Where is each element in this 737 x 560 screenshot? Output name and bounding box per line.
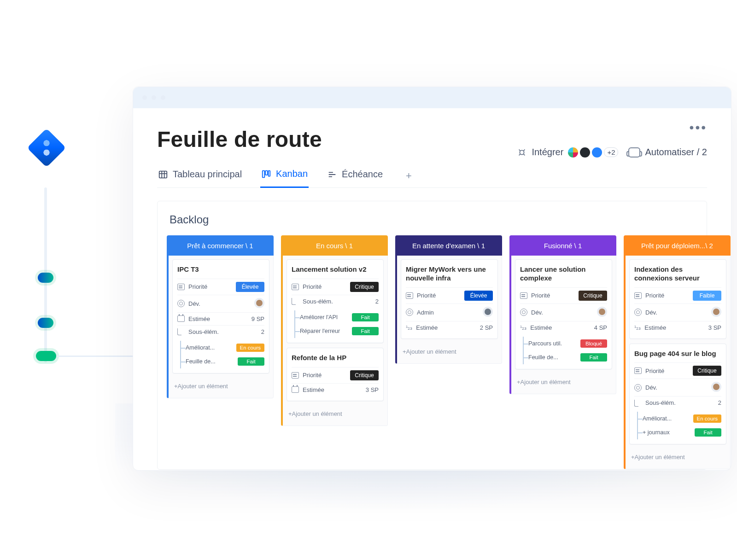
kanban-card[interactable]: Lancement solution v2PrioritéCritiqueSou… [287,259,384,343]
view-tabs: Tableau principalKanbanÉchéance+ [157,164,707,188]
field-label: Estimée [292,386,324,393]
field-value [597,307,607,318]
subitems-icon [634,400,642,406]
subitem-name: Améliorat... [643,415,672,422]
add-item-button[interactable]: +Ajouter un élément [287,406,384,422]
priority-chip: Faible [693,291,721,301]
card-field-row: Estimée9 SP [177,312,264,325]
kanban-card[interactable]: Refonte de la HPPrioritéCritiqueEstimée3… [287,348,384,401]
card-field-row: Estimée2 SP [406,321,493,334]
subitem-name: Améliorer l'API [300,314,338,321]
assignee-avatar[interactable] [711,382,721,392]
tab-kanban[interactable]: Kanban [260,164,309,188]
svg-rect-2 [265,170,268,175]
card-field-row: Estimée3 SP [634,321,721,334]
card-title: Refonte de la HP [292,354,379,362]
priority-chip: Élevée [464,291,493,301]
tab--ch-ance[interactable]: Échéance [326,164,384,187]
calendar-icon [292,386,299,393]
more-menu-button[interactable]: ••• [690,120,707,135]
card-field-row: Sous-élém.2 [177,325,264,338]
subitem-row[interactable]: Améliorat...En cours [181,341,264,355]
tab-tableau-principal[interactable]: Tableau principal [157,164,243,187]
field-value [483,307,493,318]
numeric-icon [406,324,412,331]
field-value: Critique [350,282,379,292]
field-label: Sous-élém. [177,328,219,335]
card-field-row: Sous-élém.2 [292,295,379,308]
field-value: 3 SP [366,386,379,393]
add-item-button[interactable]: +Ajouter un élément [629,449,726,465]
integrations-more-badge: +2 [604,147,618,157]
app-window: ••• Feuille de route Tableau principalKa… [133,87,731,471]
calendar-icon [177,315,185,322]
subitems-icon [177,328,185,335]
kanban-card[interactable]: Indexation des connexions serveurPriorit… [629,259,726,339]
window-dot [161,95,165,100]
field-label: Estimée [177,315,210,322]
column-body: IPC T3PrioritéÉlevéeDév.Estimée9 SPSous-… [167,256,274,398]
card-field-row: Admin [406,303,493,321]
card-field-row: Sous-élém.2 [634,396,721,409]
column-header[interactable]: En cours \ 1 [281,235,388,256]
kanban-card[interactable]: Lancer une solution complexePrioritéCrit… [515,259,612,369]
status-icon [634,292,642,299]
integration-icons: +2 [568,147,618,158]
integrate-button[interactable]: Intégrer +2 [517,147,618,158]
assignee-avatar[interactable] [254,298,264,308]
priority-chip: Critique [579,291,607,301]
assignee-avatar[interactable] [597,307,607,317]
card-field-row: Dév. [634,379,721,396]
add-item-button[interactable]: +Ajouter un élément [172,378,269,394]
column-body: Migrer MyWork vers une nouvelle infraPri… [395,256,502,364]
add-view-button[interactable]: + [401,166,416,186]
column-header[interactable]: Prêt à commencer \ 1 [167,235,274,256]
subitem-row[interactable]: Réparer l'erreurFait [295,324,379,338]
kanban-card[interactable]: IPC T3PrioritéÉlevéeDév.Estimée9 SPSous-… [172,259,269,373]
subitems-tree: Améliorat...En cours+ journauxFait [637,412,721,439]
column-header[interactable]: Fusionné \ 1 [509,235,616,256]
add-item-button[interactable]: +Ajouter un élément [515,374,612,390]
svg-rect-1 [263,170,265,177]
field-value: Critique [350,370,379,380]
status-chip: Fait [695,428,721,437]
card-field-row: PrioritéFaible [634,287,721,303]
kanban-card[interactable]: Bug page 404 sur le blogPrioritéCritique… [629,344,726,445]
card-title: Lancement solution v2 [292,265,379,274]
card-field-row: Dév. [177,295,264,312]
card-field-row: Estimée4 SP [520,321,607,334]
subitem-row[interactable]: Feuille de...Fait [524,350,607,364]
assignee-avatar[interactable] [483,307,493,317]
subitems-icon [292,298,299,304]
priority-chip: Élevée [236,282,264,292]
add-item-button[interactable]: +Ajouter un élément [401,344,498,360]
person-icon [406,309,413,316]
card-title: Lancer une solution complexe [520,265,607,283]
subitem-row[interactable]: Feuille de...Fait [181,355,264,368]
field-value: Élevée [236,282,264,292]
numeric-icon [520,324,526,331]
priority-chip: Critique [350,370,379,380]
subitem-row[interactable]: Améliorat...En cours [638,412,721,426]
subitem-row[interactable]: Améliorer l'APIFait [295,310,379,324]
robot-icon [628,147,640,158]
status-chip: Fait [238,357,264,366]
person-icon [520,309,527,316]
subitems-tree: Parcours util.BloquéFeuille de...Fait [523,337,607,364]
field-label: Priorité [292,283,322,290]
automate-button[interactable]: Automatiser / 2 [628,147,707,158]
field-value: 2 [261,328,264,335]
assignee-avatar[interactable] [711,307,721,317]
integration-hex-badge [10,108,83,188]
column-header[interactable]: En attente d'examen \ 1 [395,235,502,256]
kanban-column: En cours \ 1Lancement solution v2Priorit… [281,235,388,469]
svg-rect-3 [269,170,270,176]
column-header[interactable]: Prêt pour déploiem...\ 2 [624,235,731,256]
status-chip: Fait [352,327,379,335]
subitem-row[interactable]: Parcours util.Bloqué [524,337,607,350]
svg-rect-0 [159,171,167,178]
svg-point-4 [520,150,524,154]
subitem-row[interactable]: + journauxFait [638,426,721,439]
card-title: Indexation des connexions serveur [634,265,721,283]
kanban-card[interactable]: Migrer MyWork vers une nouvelle infraPri… [401,259,498,339]
